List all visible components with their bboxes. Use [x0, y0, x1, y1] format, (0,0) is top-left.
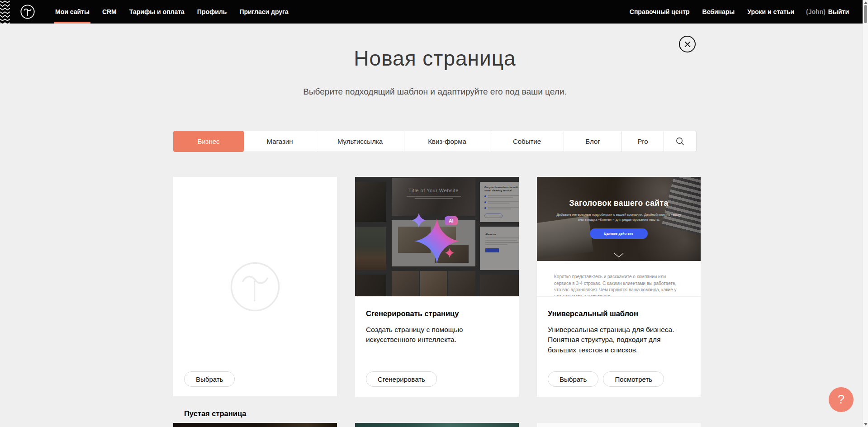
card-ai-generate[interactable]: Title of Your Website Get your house in … — [355, 177, 519, 397]
nav-lessons[interactable]: Уроки и статьи — [741, 0, 801, 24]
template-preview: Заголовок вашего сайта Добавьте интересн… — [537, 177, 701, 297]
zigzag-pattern-decoration — [0, 0, 10, 24]
help-button[interactable]: ? — [829, 387, 854, 412]
tab-search[interactable] — [664, 131, 697, 152]
tab-multilink[interactable]: Мультиссылка — [316, 131, 404, 152]
card-preview-partial[interactable] — [355, 423, 519, 427]
template-hero-title: Заголовок вашего сайта — [537, 199, 701, 208]
template-body-text: Коротко представьтесь и расскажите о ком… — [537, 261, 701, 297]
close-button[interactable] — [679, 36, 696, 52]
template-category-tabs: Бизнес Магазин Мультиссылка Квиз-форма С… — [173, 131, 697, 152]
card-blank-page[interactable]: Пустая страница Начать с чистого листа. … — [173, 177, 337, 397]
template-cta-button: Целевое действие — [590, 228, 648, 239]
tab-store[interactable]: Магазин — [244, 131, 316, 152]
nav-crm[interactable]: CRM — [96, 0, 123, 24]
template-cards: Пустая страница Начать с чистого листа. … — [173, 177, 701, 397]
next-row-previews — [173, 423, 701, 427]
nav-invite-friend[interactable]: Пригласи друга — [233, 0, 294, 24]
card-title: Сгенерировать страницу — [366, 309, 508, 318]
search-icon — [676, 137, 684, 146]
tab-business[interactable]: Бизнес — [173, 131, 244, 152]
top-navbar: Мои сайты CRM Тарифы и оплата Профиль Пр… — [0, 0, 863, 24]
nav-help-center[interactable]: Справочный центр — [623, 0, 696, 24]
laptop-photo-shape — [537, 216, 593, 261]
tab-pro[interactable]: Pro — [622, 131, 664, 152]
template-hero-subtitle: Добавьте интересные подробности о вашей … — [557, 212, 681, 223]
choose-button[interactable]: Выбрать — [548, 371, 598, 387]
card-title: Универсальный шаблон — [548, 309, 690, 318]
nav-tariffs[interactable]: Тарифы и оплата — [123, 0, 191, 24]
card-preview-partial[interactable] — [537, 423, 701, 427]
choose-button[interactable]: Выбрать — [184, 371, 235, 387]
tilda-logo[interactable] — [20, 0, 35, 24]
tab-blog[interactable]: Блог — [564, 131, 622, 152]
secondary-nav: Справочный центр Вебинары Уроки и статьи… — [623, 0, 854, 24]
page-title: Новая страница — [173, 46, 697, 71]
nav-my-sites[interactable]: Мои сайты — [49, 0, 96, 24]
ai-badge: AI — [445, 216, 458, 225]
view-button[interactable]: Посмотреть — [603, 371, 664, 387]
template-hero: Заголовок вашего сайта Добавьте интересн… — [537, 177, 701, 261]
scrollbar-up-arrow-icon[interactable] — [864, 1, 868, 4]
card-title: Пустая страница — [184, 409, 326, 418]
blank-page-preview — [173, 177, 337, 397]
new-page-dialog: Новая страница Выберите подходящий шабло… — [173, 24, 697, 427]
user-logout[interactable]: (John) Выйти — [801, 0, 854, 24]
tab-event[interactable]: Событие — [490, 131, 564, 152]
tilda-watermark-icon — [228, 259, 283, 314]
card-universal-template[interactable]: Заголовок вашего сайта Добавьте интересн… — [537, 177, 701, 397]
nav-webinars[interactable]: Вебинары — [696, 0, 741, 24]
user-name: (John) — [806, 8, 825, 15]
website-mosaic: Title of Your Website Get your house in … — [355, 177, 519, 296]
scrollbar[interactable] — [863, 0, 868, 427]
close-icon — [684, 41, 691, 48]
scrollbar-thumb[interactable] — [864, 5, 867, 23]
chevron-down-icon — [614, 253, 624, 257]
card-description: Создать страницу с помощью искусственног… — [366, 325, 508, 345]
page-subtitle: Выберите подходящий шаблон и адаптируйте… — [173, 87, 697, 97]
generate-button[interactable]: Сгенерировать — [366, 371, 437, 387]
question-mark-icon: ? — [838, 393, 844, 407]
tab-quiz-form[interactable]: Квиз-форма — [404, 131, 490, 152]
logout-link[interactable]: Выйти — [828, 8, 849, 15]
ai-preview: Title of Your Website Get your house in … — [355, 177, 519, 297]
card-preview-partial[interactable] — [173, 423, 337, 427]
main-nav: Мои сайты CRM Тарифы и оплата Профиль Пр… — [49, 0, 295, 24]
nav-profile[interactable]: Профиль — [191, 0, 233, 24]
card-description: Универсальная страница для бизнеса. Поня… — [548, 325, 690, 355]
scrollbar-down-arrow-icon[interactable] — [864, 423, 868, 426]
